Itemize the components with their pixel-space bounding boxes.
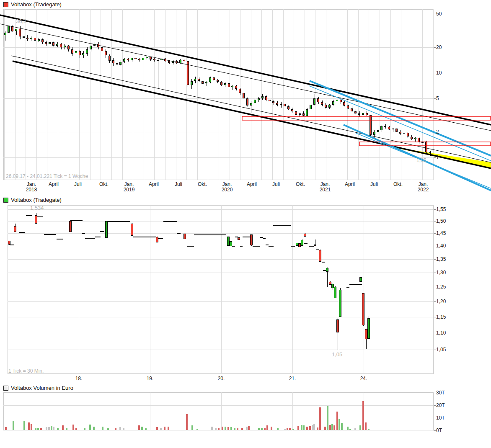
y-axis-tick-label: 1 [436, 154, 439, 160]
volume-bar [234, 428, 235, 430]
x-axis-label: 24. [354, 376, 373, 381]
y-axis-tick-label: 50 [436, 11, 442, 17]
candle-body [395, 129, 398, 132]
candle-body [11, 26, 13, 31]
candle-body [351, 108, 353, 111]
volume-plot-area[interactable] [3, 392, 434, 430]
volume-bar [347, 427, 349, 430]
candle-body [287, 106, 289, 109]
candle-body [142, 58, 144, 60]
open-close-tick [346, 287, 349, 288]
candle-body [134, 58, 137, 59]
candle-body [224, 83, 226, 85]
candle-body [280, 104, 282, 105]
candle-body [191, 81, 193, 85]
y-axis-tick-label: 20T [436, 402, 445, 408]
gridline [8, 209, 434, 210]
volume-bar [313, 424, 315, 430]
weekly-start-value-label: 36,3 [16, 18, 26, 24]
candle-body [220, 82, 222, 85]
weekly-low-value-label: 1,05 [416, 157, 426, 163]
candle-body [8, 241, 10, 245]
gridline [347, 9, 348, 180]
candle-body [105, 51, 107, 55]
candle-body [384, 126, 386, 127]
x-axis-label: Juli [267, 181, 285, 187]
volume-bar [138, 425, 140, 430]
y-axis-tick [434, 209, 436, 210]
volume-bar [35, 428, 36, 430]
candle-body [336, 100, 338, 101]
gridline [230, 9, 230, 180]
open-close-tick [85, 238, 95, 239]
gridline [186, 9, 187, 180]
candle-body [340, 100, 342, 102]
candle-body [156, 237, 158, 242]
candle-body [328, 105, 331, 108]
x-axis-year-label: 2018 [22, 187, 41, 193]
volume-bar [102, 427, 103, 430]
gridline [294, 9, 294, 180]
y-axis-tick [434, 418, 436, 418]
gridline [90, 9, 90, 180]
candle-body [230, 241, 232, 246]
candle-body [183, 60, 185, 61]
intraday-tick-note: 1 Tick = 30 Min. [8, 368, 44, 374]
candle-body [347, 106, 349, 108]
y-axis-tick [434, 287, 436, 287]
y-axis-tick-label: 1,50 [436, 218, 446, 224]
y-axis-tick-label: 2 [436, 129, 439, 135]
candle-body [301, 240, 303, 246]
gridline [8, 246, 434, 246]
x-axis-label: April [44, 181, 63, 187]
y-axis-tick [434, 132, 436, 132]
y-axis-tick [434, 259, 436, 260]
x-axis-label: 20. [212, 376, 230, 381]
candle-body [343, 102, 345, 106]
candle-body [407, 133, 409, 136]
volume-bar [246, 427, 248, 430]
volume-bar [261, 428, 263, 430]
candle-wick [423, 140, 423, 145]
gridline [8, 273, 434, 273]
candle-body [392, 129, 394, 129]
y-axis-tick [434, 221, 436, 221]
x-axis-label: Jan. [316, 181, 334, 187]
candle-body [93, 44, 96, 46]
volume-bar [264, 428, 266, 430]
gridline [150, 392, 150, 430]
candle-body [411, 137, 413, 139]
candle-body [250, 234, 253, 245]
open-close-tick [316, 249, 319, 250]
open-close-tick [108, 221, 130, 222]
gridline [8, 287, 434, 287]
x-axis-label: Okt. [389, 181, 407, 187]
candle-body [302, 113, 305, 116]
candle-body [35, 215, 37, 224]
gridline [154, 9, 155, 180]
candle-body [231, 86, 233, 87]
candle-body [359, 277, 362, 282]
y-axis-tick [434, 405, 436, 406]
candle-body [399, 132, 401, 134]
series-color-swatch-green [3, 198, 8, 203]
gridline [58, 9, 58, 180]
gridline [101, 9, 101, 180]
intraday-low-label: 1,05 [332, 351, 342, 358]
gridline [292, 205, 293, 374]
gridline [197, 9, 198, 180]
candle-body [26, 38, 28, 39]
x-axis-year-label: 2019 [120, 187, 138, 193]
gridline [111, 9, 112, 180]
x-axis-year-label: 2021 [316, 187, 334, 193]
x-axis-label: Okt. [291, 181, 310, 187]
candle-body [306, 109, 308, 116]
candle-body [269, 100, 271, 101]
gridline [3, 418, 434, 418]
candle-body [354, 111, 357, 113]
open-close-tick [194, 234, 226, 235]
candle-body [101, 47, 103, 51]
gridline [315, 9, 315, 180]
volume-bar [339, 419, 340, 430]
y-axis-tick [434, 14, 436, 14]
